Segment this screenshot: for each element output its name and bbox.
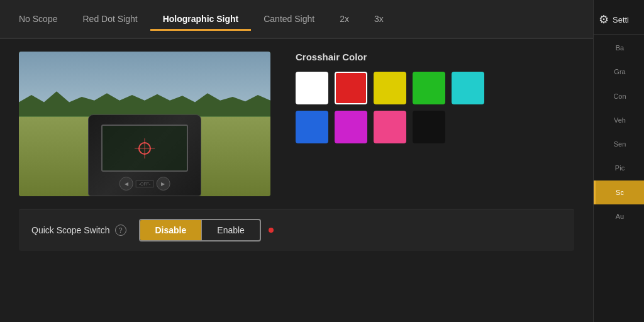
sidebar-title: Setti [613,15,629,25]
tabs-bar: No Scope Red Dot Sight Holographic Sight… [0,0,593,39]
gear-icon: ⚙ [599,13,609,26]
quick-scope-label-group: Quick Scope Switch ? [31,225,126,236]
sidebar-item-au[interactable]: Au [594,204,644,228]
crosshair-title: Crosshair Color [296,52,574,62]
sidebar-item-sc[interactable]: Sc [594,180,644,204]
holo-window [101,125,188,172]
color-cyan[interactable] [452,72,484,104]
holo-controls: ◀ -OFF- ▶ [119,177,170,191]
content-area: ◀ -OFF- ▶ Crosshair Color [0,39,593,322]
sidebar-item-gra[interactable]: Gra [594,60,644,84]
sidebar-item-veh[interactable]: Veh [594,108,644,132]
tab-red-dot[interactable]: Red Dot Sight [70,9,150,31]
enable-dot [269,228,274,233]
scope-preview: ◀ -OFF- ▶ [19,52,270,196]
color-green[interactable] [413,72,445,104]
crosshair-section: Crosshair Color [296,52,574,143]
toggle-group: Disable Enable [139,219,261,242]
help-icon[interactable]: ? [115,225,126,236]
color-pink[interactable] [374,111,406,143]
holo-btn-left: ◀ [119,177,133,191]
color-yellow[interactable] [374,72,406,104]
holo-btn-right: ▶ [156,177,170,191]
color-row-2 [296,111,574,143]
color-red[interactable] [335,72,367,104]
main-panel: No Scope Red Dot Sight Holographic Sight… [0,0,594,322]
color-white[interactable] [296,72,328,104]
sidebar-item-sen[interactable]: Sen [594,132,644,156]
color-black[interactable] [413,111,445,143]
quick-scope-section: Quick Scope Switch ? Disable Enable [19,209,574,251]
sidebar: ⚙ Setti Ba Gra Con Veh Sen Pic Sc Au [594,0,644,322]
sidebar-item-ba[interactable]: Ba [594,36,644,60]
color-magenta[interactable] [335,111,367,143]
color-grid [296,72,574,143]
sidebar-header: ⚙ Setti [594,6,644,33]
sidebar-item-pic[interactable]: Pic [594,156,644,180]
disable-button[interactable]: Disable [140,220,202,240]
tab-3x[interactable]: 3x [362,9,396,31]
holo-off-label: -OFF- [136,180,154,187]
scope-background: ◀ -OFF- ▶ [19,52,270,196]
sidebar-item-con[interactable]: Con [594,84,644,108]
sidebar-divider-top [594,34,644,35]
color-blue[interactable] [296,111,328,143]
holo-reticle [138,142,151,155]
tab-2x[interactable]: 2x [327,9,362,31]
color-row-1 [296,72,574,104]
holo-sight: ◀ -OFF- ▶ [82,96,208,196]
holo-body: ◀ -OFF- ▶ [88,114,201,196]
tab-canted[interactable]: Canted Sight [251,9,327,31]
enable-button[interactable]: Enable [202,220,260,240]
tab-holographic[interactable]: Holographic Sight [150,9,252,31]
scope-section: ◀ -OFF- ▶ Crosshair Color [19,52,574,196]
quick-scope-text: Quick Scope Switch [31,225,110,235]
tab-no-scope[interactable]: No Scope [6,9,70,31]
